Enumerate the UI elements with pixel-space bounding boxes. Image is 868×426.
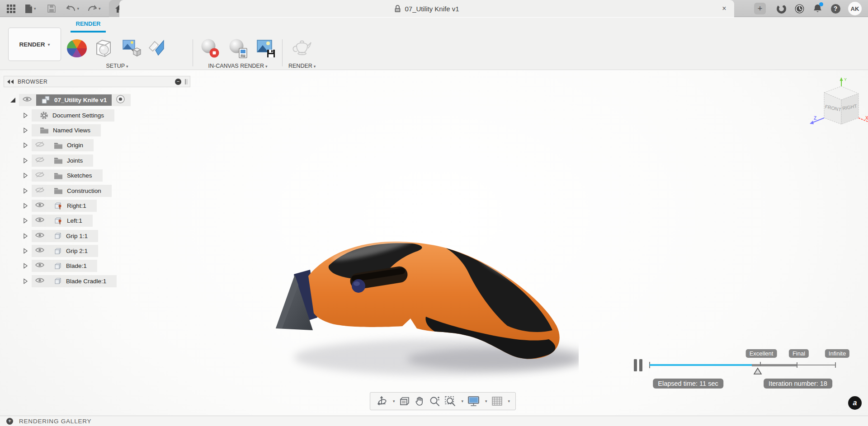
in-canvas-render-group-label[interactable]: IN-CANVAS RENDER▾ bbox=[208, 63, 268, 69]
visibility-toggle[interactable] bbox=[35, 262, 45, 270]
tree-item[interactable]: Grip 1:1 bbox=[32, 230, 98, 242]
eye-visible-icon[interactable] bbox=[35, 262, 45, 268]
expander[interactable] bbox=[22, 112, 29, 119]
eye-visible-icon[interactable] bbox=[35, 277, 45, 284]
visibility-toggle[interactable] bbox=[22, 96, 32, 104]
tree-item[interactable]: 07_Utility Knife v1 bbox=[19, 94, 131, 106]
visibility-toggle[interactable] bbox=[35, 156, 45, 165]
rendering-gallery-icon[interactable]: + bbox=[6, 418, 13, 425]
eye-visible-icon[interactable] bbox=[35, 232, 45, 239]
expander[interactable] bbox=[22, 202, 29, 209]
minimize-browser-button[interactable]: − bbox=[175, 79, 181, 85]
undo-button[interactable]: ▾ bbox=[64, 0, 81, 17]
eye-visible-icon[interactable] bbox=[35, 247, 45, 253]
eye-visible-icon[interactable] bbox=[22, 96, 32, 103]
display-settings-button[interactable] bbox=[467, 396, 480, 407]
tree-item[interactable]: Right:1 bbox=[32, 200, 97, 212]
axis-x-label: X bbox=[865, 116, 868, 121]
ribbon-divider bbox=[193, 39, 193, 66]
new-tab-button[interactable]: + bbox=[754, 3, 766, 14]
eye-visible-icon[interactable] bbox=[35, 216, 45, 223]
visibility-toggle[interactable] bbox=[35, 187, 45, 195]
pause-render-button[interactable] bbox=[634, 359, 642, 371]
assistant-button[interactable]: a bbox=[848, 396, 862, 410]
orbit-button[interactable] bbox=[376, 395, 387, 407]
tree-item[interactable]: Sketches bbox=[32, 169, 103, 182]
expander[interactable] bbox=[22, 157, 29, 164]
expander[interactable] bbox=[22, 278, 29, 285]
visibility-toggle[interactable] bbox=[35, 141, 45, 150]
avatar[interactable]: AK bbox=[848, 2, 862, 15]
tree-item[interactable]: Blade:1 bbox=[32, 260, 97, 272]
app-grid-button[interactable] bbox=[5, 0, 18, 17]
notifications-button[interactable] bbox=[812, 3, 823, 14]
tree-item[interactable]: Blade Cradle:1 bbox=[32, 275, 117, 287]
chevron-down-icon[interactable]: ▾ bbox=[485, 399, 487, 403]
visibility-toggle[interactable] bbox=[35, 277, 45, 286]
tree-item[interactable]: Grip 2:1 bbox=[32, 245, 98, 257]
pan-button[interactable] bbox=[414, 396, 425, 407]
file-menu-button[interactable]: ▾ bbox=[23, 0, 38, 17]
save-button[interactable] bbox=[45, 0, 58, 17]
decal-button[interactable] bbox=[147, 38, 167, 59]
tab-render[interactable]: RENDER bbox=[71, 20, 106, 27]
grid-settings-button[interactable] bbox=[491, 396, 503, 407]
tree-item[interactable]: Joints bbox=[32, 154, 93, 167]
tree-item[interactable]: Document Settings bbox=[32, 109, 114, 122]
chevron-down-icon[interactable]: ▾ bbox=[462, 399, 464, 403]
quality-slider-handle[interactable] bbox=[753, 367, 762, 375]
visibility-toggle[interactable] bbox=[35, 216, 45, 225]
setup-group-label[interactable]: SETUP▾ bbox=[106, 63, 128, 69]
in-canvas-render-settings-button[interactable] bbox=[227, 37, 249, 59]
extensions-button[interactable] bbox=[776, 3, 787, 14]
tree-item[interactable]: Left:1 bbox=[32, 215, 93, 227]
workspace-selector[interactable]: RENDER ▾ bbox=[8, 28, 61, 61]
eye-hidden-icon[interactable] bbox=[35, 156, 45, 163]
panel-drag-handle[interactable] bbox=[185, 79, 187, 84]
visibility-toggle[interactable] bbox=[35, 201, 45, 210]
rendering-gallery-label[interactable]: RENDERING GALLERY bbox=[19, 418, 91, 425]
expander[interactable] bbox=[22, 142, 29, 149]
eye-hidden-icon[interactable] bbox=[35, 141, 45, 148]
close-tab-button[interactable]: × bbox=[720, 4, 729, 13]
browser-header[interactable]: BROWSER − bbox=[4, 76, 190, 87]
expander[interactable] bbox=[22, 217, 29, 224]
render-button[interactable] bbox=[290, 38, 314, 58]
zoom-button[interactable] bbox=[429, 396, 440, 407]
view-cube[interactable]: Y FRONT RIGHT Z X bbox=[806, 76, 868, 133]
expander[interactable] bbox=[22, 248, 29, 254]
expander[interactable] bbox=[22, 172, 29, 179]
job-status-button[interactable] bbox=[794, 3, 805, 14]
activate-component-radio[interactable] bbox=[116, 94, 125, 106]
chevron-down-icon[interactable]: ▾ bbox=[508, 399, 510, 403]
expander[interactable] bbox=[22, 233, 29, 239]
render-group-label[interactable]: RENDER▾ bbox=[288, 63, 316, 69]
expander[interactable] bbox=[9, 97, 16, 103]
in-canvas-render-button[interactable] bbox=[199, 37, 221, 59]
eye-hidden-icon[interactable] bbox=[35, 171, 45, 178]
chevron-down-icon[interactable]: ▾ bbox=[393, 399, 395, 403]
redo-button[interactable]: ▾ bbox=[85, 0, 103, 17]
tree-item[interactable]: Named Views bbox=[32, 124, 101, 136]
expander[interactable] bbox=[22, 127, 29, 134]
look-at-button[interactable] bbox=[399, 396, 410, 406]
appearance-button[interactable] bbox=[67, 39, 87, 57]
visibility-toggle[interactable] bbox=[35, 171, 45, 180]
activate-radio-icon[interactable] bbox=[116, 94, 125, 104]
scene-settings-button[interactable] bbox=[93, 38, 114, 59]
visibility-toggle[interactable] bbox=[35, 247, 45, 255]
document-tab[interactable]: 07_Utility Knife v1 × bbox=[119, 0, 734, 17]
expander[interactable] bbox=[22, 262, 29, 269]
expander[interactable] bbox=[22, 187, 29, 194]
tree-item[interactable]: Origin bbox=[32, 139, 94, 151]
collapse-panel-icon[interactable] bbox=[7, 79, 14, 84]
tree-item[interactable]: Construction bbox=[32, 185, 112, 197]
viewport-canvas[interactable]: Y FRONT RIGHT Z X BROWSER − bbox=[0, 70, 868, 416]
visibility-toggle[interactable] bbox=[35, 232, 45, 240]
capture-image-button[interactable] bbox=[255, 37, 277, 59]
texture-map-controls-button[interactable] bbox=[120, 38, 141, 59]
eye-visible-icon[interactable] bbox=[35, 201, 45, 208]
help-button[interactable]: ? bbox=[830, 3, 841, 14]
zoom-window-button[interactable] bbox=[444, 396, 456, 407]
eye-hidden-icon[interactable] bbox=[35, 187, 45, 193]
